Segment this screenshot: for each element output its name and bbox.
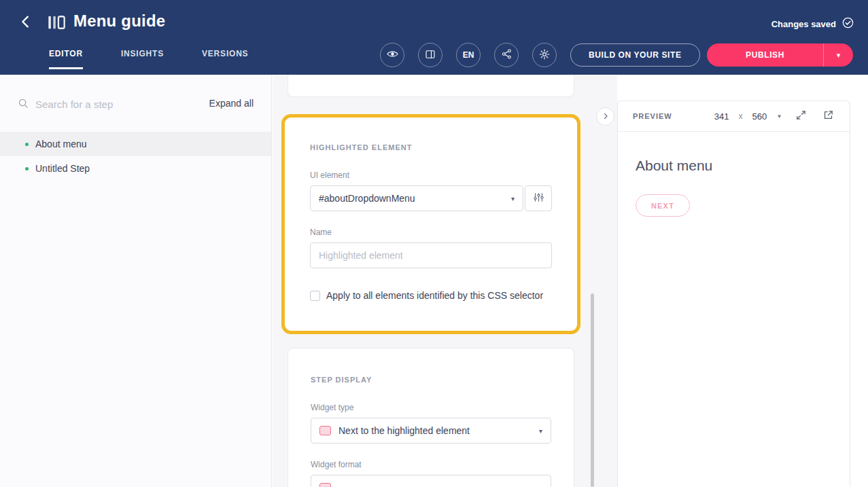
build-on-your-site-button[interactable]: BUILD ON YOUR SITE [570,43,700,67]
widget-shape-icon [319,483,331,487]
changes-saved-label: Changes saved [771,19,836,29]
ui-element-label: UI element [310,170,552,180]
step-status-dot [25,167,29,170]
preview-eye-button[interactable] [380,43,404,67]
apply-to-all-checkbox[interactable] [310,291,320,301]
widget-format-label: Widget format [311,460,551,469]
tab-editor[interactable]: EDITOR [49,49,83,69]
name-label: Name [310,228,552,237]
section-title-highlighted-element: HIGHLIGHTED ELEMENT [310,143,552,151]
preview-panel: PREVIEW 341 x 560 ▾ [617,101,850,487]
step-search-input[interactable] [35,95,171,113]
app-logo-icon [46,12,67,33]
layout-button[interactable] [418,43,442,67]
preview-header-icons [794,109,835,123]
section-title-step-display: STEP DISPLAY [311,376,551,384]
page-title: Menu guide [73,12,165,31]
app-root: Menu guide Changes saved EDITOR INSIGHTS… [0,0,868,487]
preview-next-button[interactable]: NEXT [636,194,690,217]
preview-size-selector[interactable]: 341 x 560 ▾ [714,111,781,122]
top-header: Menu guide Changes saved EDITOR INSIGHTS… [0,0,868,75]
chevron-right-icon [602,111,610,123]
layout-columns-icon [424,48,436,62]
apply-to-all-label: Apply to all elements identified by this… [326,290,543,301]
sidebar-item-untitled-step[interactable]: Untitled Step [0,156,271,181]
highlighted-element-name-input[interactable] [310,242,552,268]
fullscreen-button[interactable] [794,109,808,123]
size-separator: x [738,111,742,121]
language-label: EN [463,50,474,60]
publish-button-group: PUBLISH ▾ [707,43,853,67]
previous-card-partial [288,75,574,97]
check-circle-icon [841,16,854,31]
publish-dropdown-button[interactable]: ▾ [823,43,853,67]
sliders-icon [533,192,544,206]
chevron-down-icon: ▾ [511,195,515,202]
preview-step-title: About menu [636,158,832,174]
step-display-card: STEP DISPLAY Widget type Next to the hig… [288,348,574,487]
share-icon [501,48,513,62]
collapse-preview-button[interactable] [596,107,614,126]
share-button[interactable] [494,43,519,67]
tab-insights[interactable]: INSIGHTS [121,49,164,69]
preview-height-value: 560 [752,111,767,122]
widget-shape-icon [319,426,331,435]
sidebar-item-about-menu[interactable]: About menu [0,132,271,156]
gear-icon [538,48,551,62]
chevron-down-icon: ▾ [539,427,542,435]
chevron-down-icon: ▾ [778,113,781,120]
expand-all-link[interactable]: Expand all [209,98,254,109]
ui-element-select[interactable]: #aboutDropdownMenu ▾ [310,185,523,211]
chevron-down-icon: ▾ [837,51,841,60]
steps-sidebar: Expand all About menu Untitled Step [0,75,272,487]
open-in-new-tab-button[interactable] [821,109,835,123]
eye-icon [386,48,399,62]
header-tabs: EDITOR INSIGHTS VERSIONS [49,49,248,69]
sidebar-search-row: Expand all [0,75,271,132]
settings-button[interactable] [532,43,557,67]
apply-to-all-row: Apply to all elements identified by this… [310,290,552,301]
step-status-dot [25,143,29,146]
highlighted-element-card: HIGHLIGHTED ELEMENT UI element #aboutDro… [281,114,580,334]
language-button[interactable]: EN [456,43,481,67]
header-toolbar: EN [380,43,557,67]
publish-button[interactable]: PUBLISH [707,43,823,67]
preview-header: PREVIEW 341 x 560 ▾ [618,101,850,132]
selector-settings-button[interactable] [525,185,552,211]
preview-body: About menu NEXT [618,132,850,242]
back-button[interactable] [16,14,35,33]
widget-type-value: Next to the highlighted element [338,425,470,436]
widget-type-label: Widget type [311,403,551,412]
external-link-icon [822,109,834,124]
changes-saved-status: Changes saved [771,16,854,31]
step-label: Untitled Step [35,163,90,174]
preview-width-value: 341 [714,111,729,122]
editor-main-area: HIGHLIGHTED ELEMENT UI element #aboutDro… [273,75,617,487]
expand-icon [795,109,807,124]
preview-title: PREVIEW [633,112,672,120]
chevron-left-icon [18,14,33,32]
search-icon [18,98,29,112]
step-label: About menu [35,139,87,149]
editor-scrollbar[interactable] [591,293,594,487]
ui-element-value: #aboutDropdownMenu [319,193,415,204]
widget-type-select[interactable]: Next to the highlighted element ▾ [311,418,551,444]
tab-versions[interactable]: VERSIONS [202,49,248,69]
widget-format-select[interactable] [311,475,551,487]
